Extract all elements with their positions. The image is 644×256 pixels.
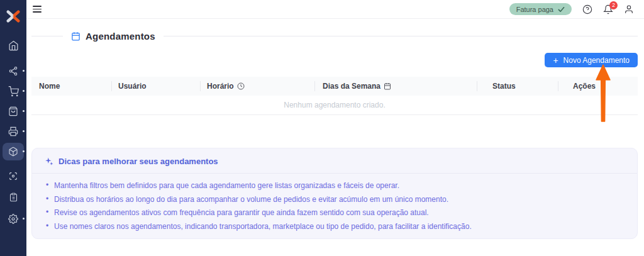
tip-item: Revise os agendamentos ativos com frequê…: [45, 209, 625, 217]
tip-item: Distribua os horários ao longo do dia pa…: [45, 196, 625, 204]
column-header-dias-da-semana: Dias da Semana: [314, 81, 477, 91]
app-window: Fatura paga 2: [0, 0, 644, 256]
column-header-status: Status: [477, 81, 558, 91]
notification-dot: [23, 90, 25, 92]
notification-dot: [23, 150, 25, 152]
column-header-horario: Horário: [200, 81, 314, 91]
tip-item: Use nomes claros nos agendamentos, indic…: [45, 223, 625, 231]
clock-icon: [237, 82, 245, 90]
tips-title: Dicas para melhorar seus agendamentos: [58, 157, 218, 166]
table-empty-row: Nenhum agendamento criado.: [31, 96, 638, 115]
cart-icon: [8, 86, 19, 97]
notification-dot: [23, 70, 25, 72]
x-logo[interactable]: [5, 8, 21, 25]
sparkle-icon: [45, 157, 53, 166]
notification-dot: [23, 218, 25, 220]
novo-agendamento-label: Novo Agendamento: [564, 56, 630, 65]
agendamentos-table: Nome Usuário Horário Dias da Semana: [31, 77, 638, 115]
sidebar-item-bag[interactable]: [3, 103, 24, 120]
tip-item: Mantenha filtros bem definidos para que …: [45, 182, 625, 190]
topbar: Fatura paga 2: [26, 0, 644, 19]
home-icon: [8, 40, 19, 51]
package-icon: [8, 147, 18, 157]
sidebar-item-cart[interactable]: [3, 82, 24, 100]
sidebar: [0, 0, 26, 256]
page-title-chip: Agendamentos: [63, 29, 164, 43]
plus-icon: +: [553, 56, 558, 65]
empty-state-message: Nenhum agendamento criado.: [284, 101, 385, 109]
user-icon: [624, 4, 634, 14]
column-header-acoes: Ações: [558, 81, 631, 91]
invoice-status-label: Fatura paga: [516, 6, 553, 13]
help-button[interactable]: [582, 4, 592, 14]
help-icon: [582, 4, 592, 14]
topbar-actions: Fatura paga 2: [509, 3, 634, 15]
hub-icon: [8, 66, 18, 76]
notifications-button[interactable]: 2: [603, 4, 613, 14]
sidebar-item-home[interactable]: [3, 36, 24, 54]
page-header: Agendamentos: [31, 29, 638, 43]
notification-count-badge: 2: [609, 1, 618, 9]
menu-icon[interactable]: [33, 6, 42, 13]
scan-icon: [8, 171, 18, 181]
sidebar-item-agendamentos[interactable]: [3, 143, 24, 160]
gear-icon: [8, 214, 18, 224]
notification-dot: [23, 130, 25, 132]
bag-icon: [8, 106, 18, 116]
invoice-status-badge[interactable]: Fatura paga: [509, 3, 572, 15]
column-header-usuario: Usuário: [111, 81, 200, 91]
sidebar-item-printer[interactable]: [3, 123, 24, 140]
tips-header: Dicas para melhorar seus agendamentos: [32, 148, 637, 174]
notification-dot: [23, 110, 25, 112]
actions-row: + Novo Agendamento: [31, 53, 638, 67]
tips-list: Mantenha filtros bem definidos para que …: [32, 174, 637, 230]
user-menu-button[interactable]: [624, 4, 634, 14]
page-title: Agendamentos: [86, 31, 155, 42]
printer-icon: [8, 126, 18, 136]
x-logo-icon: [6, 10, 20, 23]
column-header-nome: Nome: [31, 81, 111, 91]
clipboard-icon: [9, 192, 18, 202]
table-header-row: Nome Usuário Horário Dias da Semana: [31, 77, 638, 96]
calendar-icon: [71, 31, 80, 41]
sidebar-item-clipboard[interactable]: [3, 188, 24, 206]
novo-agendamento-button[interactable]: + Novo Agendamento: [545, 53, 638, 67]
main-content: Agendamentos + Novo Agendamento Nome Usu…: [26, 19, 644, 239]
calendar-icon: [384, 82, 391, 90]
tips-card: Dicas para melhorar seus agendamentos Ma…: [31, 148, 638, 239]
check-icon: [558, 6, 565, 13]
sidebar-item-scan[interactable]: [3, 167, 24, 185]
sidebar-item-integrations[interactable]: [3, 62, 24, 80]
sidebar-item-settings[interactable]: [3, 210, 24, 228]
